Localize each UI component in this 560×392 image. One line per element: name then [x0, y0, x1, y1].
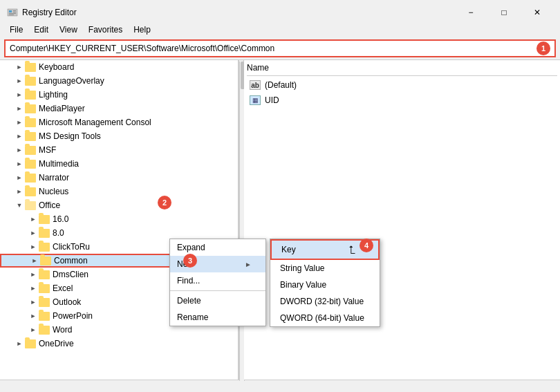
svg-rect-4 [9, 13, 16, 14]
tree-item-8[interactable]: ► 8.0 [0, 226, 238, 240]
chevron-icon: ► [14, 338, 25, 349]
chevron-icon: ► [14, 172, 25, 183]
right-item-default[interactable]: ab (Default) [247, 77, 557, 93]
tree-label: Word [53, 325, 72, 335]
minimize-button[interactable]: − [455, 4, 487, 21]
title-bar-left: Registry Editor [7, 7, 77, 18]
sub-item-string-label: String Value [280, 263, 324, 273]
ctx-rename-label: Rename [177, 312, 208, 322]
scroll-divider [239, 60, 244, 380]
menu-edit[interactable]: Edit [28, 24, 54, 36]
tree-label: MediaPlayer [39, 104, 85, 113]
folder-icon [25, 146, 36, 155]
folder-icon [25, 118, 36, 127]
chevron-icon: ► [14, 131, 25, 142]
tree-label: OneDrive [39, 339, 74, 348]
tree-item-office[interactable]: ▼ Office [0, 198, 238, 212]
ctx-expand-label: Expand [177, 243, 205, 252]
sub-item-string[interactable]: String Value [270, 260, 380, 277]
title-controls: − □ ✕ [455, 4, 553, 21]
app-icon [7, 7, 18, 18]
chevron-down-icon: ▼ [14, 200, 25, 211]
chevron-icon: ► [14, 186, 25, 197]
folder-icon [25, 63, 36, 72]
tree-label: Lighting [39, 90, 68, 100]
tree-label: ClickToRu [53, 242, 90, 252]
ctx-rename[interactable]: Rename [170, 309, 265, 326]
tree-label: 16.0 [53, 214, 68, 224]
tree-label: Keyboard [39, 62, 74, 72]
menu-bar: File Edit View Favorites Help [0, 22, 560, 37]
tree-label: MS Design Tools [39, 131, 101, 141]
tree-item-keyboard[interactable]: ► Keyboard [0, 60, 238, 74]
folder-icon [25, 160, 36, 169]
chevron-icon: ► [14, 103, 25, 114]
tree-item-msdesign[interactable]: ► MS Design Tools [0, 129, 238, 143]
ctx-delete[interactable]: Delete [170, 292, 265, 309]
tree-label: Nucleus [39, 187, 68, 196]
cursor-icon: ⮤ [348, 244, 357, 255]
menu-view[interactable]: View [54, 24, 83, 36]
ctx-delete-label: Delete [177, 296, 201, 306]
folder-icon [39, 229, 50, 238]
tree-label: Excel [53, 283, 73, 293]
folder-icon [39, 215, 50, 224]
chevron-icon: ► [28, 283, 39, 294]
svg-rect-3 [13, 12, 16, 12]
close-button[interactable]: ✕ [521, 4, 553, 21]
chevron-icon: ► [14, 117, 25, 128]
maximize-button[interactable]: □ [488, 4, 520, 21]
chevron-icon: ► [14, 144, 25, 156]
folder-icon [39, 243, 50, 252]
folder-icon [39, 312, 50, 321]
folder-icon [25, 132, 36, 141]
tree-item-nucleus[interactable]: ► Nucleus [0, 185, 238, 198]
sub-item-binary[interactable]: Binary Value [270, 277, 380, 293]
tree-label: Multimedia [39, 159, 79, 169]
tree-item-languageoverlay[interactable]: ► LanguageOverlay [0, 74, 238, 88]
address-text[interactable]: Computer\HKEY_CURRENT_USER\Software\Micr… [10, 44, 536, 53]
svg-rect-2 [13, 10, 16, 11]
menu-favorites[interactable]: Favorites [83, 24, 128, 36]
ctx-find[interactable]: Find... [170, 272, 265, 289]
tree-item-mediaplayer[interactable]: ► MediaPlayer [0, 102, 238, 115]
tree-item-16[interactable]: ► 16.0 [0, 212, 238, 226]
sub-item-qword[interactable]: QWORD (64-bit) Value [270, 310, 380, 326]
sub-item-dword-label: DWORD (32-bit) Value [280, 297, 364, 306]
chevron-icon: ► [28, 310, 39, 321]
value-default: (Default) [265, 80, 297, 90]
tree-label: Common [54, 256, 88, 265]
chevron-icon: ► [28, 214, 39, 225]
tree-item-multimedia[interactable]: ► Multimedia [0, 157, 238, 171]
sub-item-qword-label: QWORD (64-bit) Value [280, 313, 364, 323]
chevron-icon: ► [14, 75, 25, 86]
menu-file[interactable]: File [4, 24, 28, 36]
tree-label: PowerPoin [53, 311, 93, 321]
tree-label: Outlook [53, 297, 81, 307]
chevron-icon: ► [28, 324, 39, 335]
tree-label: Microsoft Management Consol [39, 118, 151, 127]
folder-icon [25, 104, 36, 113]
sub-item-dword[interactable]: DWORD (32-bit) Value [270, 293, 380, 310]
ctx-expand[interactable]: Expand [170, 239, 265, 256]
chevron-icon: ► [28, 241, 39, 252]
chevron-icon: ► [28, 297, 39, 308]
chevron-icon: ► [14, 158, 25, 169]
menu-help[interactable]: Help [128, 24, 156, 36]
right-item-uid[interactable]: ▦ UID [247, 93, 557, 108]
tree-item-onedrive[interactable]: ► OneDrive [0, 337, 238, 351]
col-name-header: Name [247, 63, 269, 73]
submenu-arrow-icon: ► [245, 261, 252, 268]
tree-label: LanguageOverlay [39, 76, 104, 86]
folder-icon [25, 174, 36, 183]
tree-item-narrator[interactable]: ► Narrator [0, 171, 238, 185]
tree-label: Narrator [39, 173, 69, 183]
folder-icon [39, 270, 50, 279]
folder-icon [25, 187, 36, 196]
tree-item-mmc[interactable]: ► Microsoft Management Consol [0, 115, 238, 129]
tree-item-msf[interactable]: ► MSF [0, 143, 238, 157]
badge-4: 4 [360, 239, 373, 252]
tree-item-lighting[interactable]: ► Lighting [0, 88, 238, 102]
tree-panel: ► Keyboard ► LanguageOverlay ► Lighting … [0, 60, 239, 380]
folder-icon [39, 326, 50, 335]
